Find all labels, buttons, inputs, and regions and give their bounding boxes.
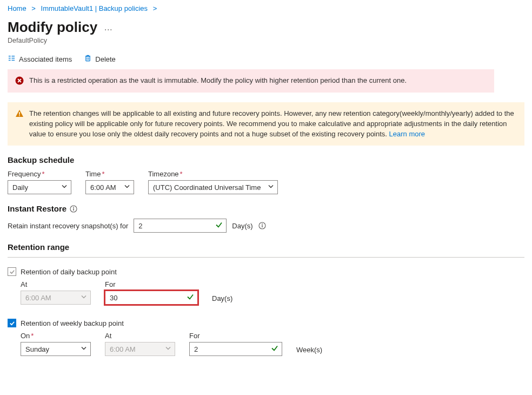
weekly-on-value: Sunday [25, 345, 49, 353]
time-value: 6:00 AM [90, 183, 116, 192]
instant-restore-input[interactable]: 2 [134, 219, 227, 233]
error-text: This is a restricted operation as the va… [29, 76, 407, 86]
warning-icon [15, 109, 24, 118]
weekly-at-select: 6:00 AM [105, 342, 175, 356]
more-actions-button[interactable]: … [104, 23, 113, 32]
error-icon [15, 76, 24, 85]
weekly-at-value: 6:00 AM [110, 345, 136, 353]
timezone-select[interactable]: (UTC) Coordinated Universal Time [148, 180, 278, 194]
info-icon[interactable] [70, 205, 77, 213]
chevron-down-icon [165, 345, 171, 353]
instant-restore-unit: Day(s) [232, 222, 252, 230]
check-icon [187, 293, 194, 302]
daily-retention-checkbox[interactable] [8, 267, 16, 276]
backup-schedule-heading: Backup schedule [8, 155, 524, 164]
weekly-for-input[interactable]: 2 [189, 342, 282, 356]
associated-items-button[interactable]: Associated items [8, 54, 72, 64]
frequency-label: Frequency* [8, 170, 71, 178]
timezone-value: (UTC) Coordinated Universal Time [153, 183, 261, 192]
check-icon [215, 221, 223, 231]
chevron-down-icon [61, 183, 68, 192]
page-title: Modify policy [8, 19, 97, 36]
instant-restore-heading: Instant Restore [8, 204, 524, 213]
weekly-on-select[interactable]: Sunday [21, 342, 91, 356]
learn-more-link[interactable]: Learn more [389, 130, 425, 138]
breadcrumb: Home > ImmutableVault1 | Backup policies… [8, 3, 524, 18]
page-subtitle: DefaultPolicy [8, 37, 524, 44]
weekly-for-label: For [189, 332, 282, 340]
list-icon [8, 54, 16, 64]
chevron-down-icon [81, 294, 87, 302]
breadcrumb-vault[interactable]: ImmutableVault1 | Backup policies [41, 4, 148, 12]
warning-alert: The retention changes will be applicable… [8, 102, 524, 146]
svg-rect-14 [19, 112, 20, 115]
svg-rect-15 [19, 115, 20, 116]
toolbar: Associated items Delete [8, 51, 524, 69]
error-alert: This is a restricted operation as the va… [8, 69, 494, 93]
daily-at-value: 6:00 AM [25, 294, 51, 302]
daily-at-select: 6:00 AM [21, 291, 91, 305]
delete-button[interactable]: Delete [84, 54, 116, 64]
svg-point-20 [262, 223, 263, 225]
warning-message: The retention changes will be applicable… [29, 109, 514, 138]
frequency-value: Daily [12, 183, 28, 192]
instant-restore-value: 2 [138, 222, 142, 230]
associated-items-label: Associated items [19, 55, 72, 63]
daily-for-value: 30 [110, 294, 117, 302]
info-icon[interactable] [258, 222, 266, 229]
instant-restore-label: Retain instant recovery snapshot(s) for [8, 222, 128, 230]
time-select[interactable]: 6:00 AM [85, 180, 134, 194]
chevron-right-icon: > [153, 4, 157, 12]
svg-point-17 [73, 207, 74, 208]
weekly-retention-checkbox[interactable] [8, 319, 16, 327]
warning-text: The retention changes will be applicable… [29, 109, 517, 140]
daily-for-input[interactable]: 30 [105, 291, 198, 305]
daily-for-unit: Day(s) [212, 294, 232, 305]
time-label: Time* [85, 170, 134, 178]
chevron-down-icon [124, 183, 130, 192]
svg-rect-21 [262, 225, 262, 228]
daily-at-label: At [21, 280, 91, 288]
chevron-down-icon [268, 183, 274, 192]
svg-rect-6 [86, 56, 90, 61]
breadcrumb-home[interactable]: Home [8, 4, 26, 12]
delete-label: Delete [95, 55, 116, 63]
frequency-select[interactable]: Daily [8, 180, 71, 194]
weekly-at-label: At [105, 332, 175, 340]
daily-retention-label: Retention of daily backup point [21, 268, 117, 276]
weekly-retention-label: Retention of weekly backup point [21, 319, 124, 327]
weekly-on-label: On* [21, 332, 91, 340]
trash-icon [84, 54, 92, 64]
svg-rect-18 [74, 208, 74, 211]
weekly-for-value: 2 [194, 345, 198, 353]
chevron-down-icon [81, 345, 87, 353]
chevron-right-icon: > [31, 4, 36, 12]
weekly-for-unit: Week(s) [296, 346, 322, 356]
daily-for-label: For [105, 280, 198, 288]
divider [8, 257, 524, 258]
check-icon [271, 345, 278, 354]
timezone-label: Timezone* [148, 170, 278, 178]
retention-range-heading: Retention range [8, 242, 524, 252]
